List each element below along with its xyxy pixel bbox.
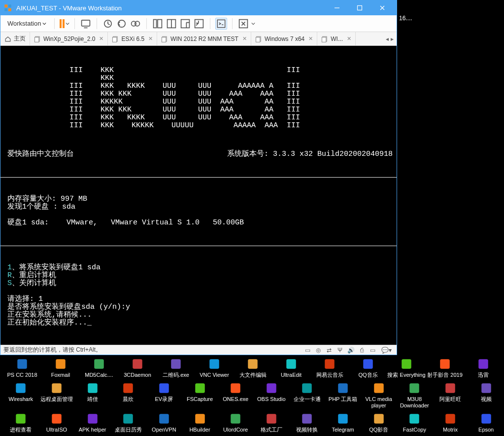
svg-rect-8 — [82, 20, 90, 26]
desktop-icon[interactable]: 大文件编辑 — [234, 357, 272, 378]
sound-icon[interactable]: 🔊 — [347, 346, 355, 354]
send-ctrlaltdel-button[interactable] — [80, 18, 92, 30]
desktop-icon[interactable]: 3CDaemon — [118, 357, 157, 378]
desktop-icon-label: APK helper — [79, 427, 106, 433]
minimize-button[interactable] — [326, 0, 348, 15]
tab-label: WIN 2012 R2 MNM TEST — [170, 36, 238, 42]
desktop-icon[interactable]: Epson — [468, 412, 504, 433]
desktop-icon-label: Motrix — [443, 427, 458, 433]
desktop-icon[interactable]: 阿里旺旺 — [433, 381, 469, 409]
tab-vm-0[interactable]: WinXp_52Pojie_2.0✕ — [30, 32, 108, 45]
desktop-icon[interactable]: 迅雷 — [464, 357, 503, 378]
desktop-icon[interactable]: UltraISO — [39, 412, 75, 433]
desktop-icon[interactable]: M3U8 Downloader — [397, 381, 433, 409]
desktop-icon[interactable]: 网易云音乐 — [310, 357, 349, 378]
cd-icon[interactable]: ◎ — [314, 346, 322, 354]
close-button[interactable] — [371, 0, 394, 15]
desktop-icon-label: Telegram — [332, 427, 354, 433]
svg-rect-31 — [17, 359, 27, 369]
desktop-icon[interactable]: HBuilder — [182, 412, 218, 433]
desktop-icon[interactable]: Motrix — [433, 412, 469, 433]
install-menu: 1、将系统安装到硬盘1 sda R、重启计算机 S、关闭计算机 请选择: 1 是… — [0, 262, 397, 330]
workstation-menu[interactable]: Workstation — [4, 18, 49, 29]
vm-console[interactable]: III KKK III KKK III KKK KKKK UUU UUU AAA… — [0, 46, 397, 345]
divider — [0, 246, 397, 246]
display-icon[interactable]: ▭ — [369, 346, 376, 354]
desktop-icon[interactable]: APK helper — [74, 412, 110, 433]
hdd-icon[interactable]: ▭ — [303, 346, 311, 354]
desktop-icon[interactable]: FSCapture — [182, 381, 218, 409]
desktop-icon[interactable]: QQ影音 — [361, 412, 397, 433]
console-view-button[interactable] — [215, 18, 227, 30]
tab-label: ESXi 6.5 — [121, 36, 144, 42]
svg-rect-42 — [440, 359, 450, 369]
svg-rect-2 — [4, 8, 7, 11]
app-icon — [443, 381, 457, 395]
close-icon[interactable]: ✕ — [347, 36, 351, 42]
desktop-icon[interactable]: 桌面日历秀 — [110, 412, 146, 433]
desktop-icon[interactable]: MD5Calc.... — [80, 357, 118, 378]
desktop-icon-label: Foxmail — [51, 372, 70, 378]
close-icon[interactable]: ✕ — [308, 36, 313, 42]
desktop-icon[interactable]: 进程查看 — [3, 412, 39, 433]
desktop-icon[interactable]: 企业一卡通 — [289, 381, 325, 409]
desktop-icon-label: 二维码.exe — [163, 372, 189, 378]
pause-bar-icon — [63, 19, 65, 28]
desktop-icon[interactable]: ONES.exe — [218, 381, 254, 409]
app-icon — [300, 381, 314, 395]
layout3-button[interactable] — [179, 18, 191, 30]
desktop-icon[interactable]: UlordCore — [218, 412, 254, 433]
tab-vm-4[interactable]: WI...✕ — [317, 32, 356, 45]
desktop-icon[interactable]: 格式工厂 — [253, 412, 289, 433]
tab-home[interactable]: 主页 — [0, 32, 30, 45]
close-icon[interactable]: ✕ — [99, 36, 103, 42]
svg-rect-26 — [162, 37, 166, 42]
network-icon[interactable]: ⇄ — [325, 346, 333, 354]
desktop-icon[interactable]: OBS Studio — [253, 381, 289, 409]
pause-button[interactable] — [60, 19, 69, 28]
desktop-icon[interactable]: 射手影音 2019 — [426, 357, 464, 378]
app-icon — [284, 357, 298, 371]
fullscreen-button[interactable] — [237, 18, 249, 30]
desktop-icon[interactable]: 二维码.exe — [157, 357, 195, 378]
close-icon[interactable]: ✕ — [148, 36, 153, 42]
desktop-icon[interactable]: 搜索 Everything — [387, 357, 426, 378]
desktop-icon[interactable]: 靖佳 — [74, 381, 110, 409]
message-icon[interactable]: 💬▾ — [379, 346, 394, 354]
desktop-icon[interactable]: 视频 — [468, 381, 504, 409]
app-icon — [157, 412, 171, 426]
desktop-icon[interactable]: PS CC 2018 — [3, 357, 41, 378]
close-icon[interactable]: ✕ — [242, 36, 247, 42]
desktop-icon[interactable]: UltraEdit — [272, 357, 310, 378]
desktop-icon[interactable]: Telegram — [325, 412, 361, 433]
separator — [54, 18, 55, 29]
desktop-icon[interactable]: EV录屏 — [146, 381, 182, 409]
revert-button[interactable] — [116, 18, 128, 30]
svg-rect-32 — [56, 359, 66, 369]
maximize-button[interactable] — [348, 0, 371, 15]
snapshot-button[interactable] — [102, 18, 114, 30]
manage-snapshot-button[interactable] — [130, 18, 141, 30]
layout1-button[interactable] — [152, 18, 164, 30]
desktop-icon[interactable]: QQ音乐 — [349, 357, 387, 378]
desktop-icon[interactable]: VLC media player — [361, 381, 397, 409]
desktop-icon[interactable]: 晨欣 — [110, 381, 146, 409]
printer-icon[interactable]: ⎙ — [358, 346, 366, 354]
tab-vm-2[interactable]: WIN 2012 R2 MNM TEST✕ — [157, 32, 251, 45]
desktop-icon[interactable]: PHP 工具箱 — [325, 381, 361, 409]
usb-icon[interactable]: Ψ — [336, 346, 344, 354]
desktop-icon[interactable]: FastCopy — [397, 412, 433, 433]
layout4-button[interactable] — [193, 18, 205, 30]
desktop-icon[interactable]: OpenVPN — [146, 412, 182, 433]
desktop-icon[interactable]: VNC Viewer — [195, 357, 234, 378]
tab-vm-1[interactable]: ESXi 6.5✕ — [108, 32, 157, 45]
layout2-button[interactable] — [166, 18, 177, 30]
desktop-icon[interactable]: Foxmail — [41, 357, 80, 378]
desktop-icon[interactable]: Wireshark — [3, 381, 39, 409]
tab-scroll-right[interactable]: ▸ — [391, 36, 394, 42]
desktop-icon[interactable]: 视频转换 — [289, 412, 325, 433]
app-icon — [229, 412, 242, 426]
tab-scroll-left[interactable]: ◂ — [386, 36, 389, 42]
tab-vm-3[interactable]: Windows 7 x64✕ — [251, 32, 317, 45]
desktop-icon[interactable]: 远程桌面管理 — [39, 381, 75, 409]
